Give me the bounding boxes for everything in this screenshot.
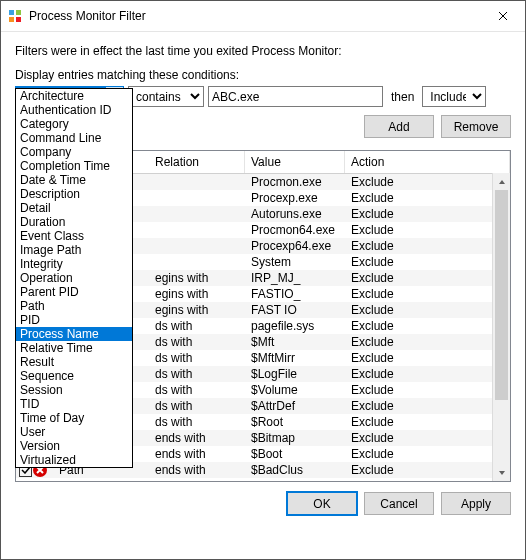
cell-relation: ds with: [149, 351, 245, 365]
operator-select[interactable]: contains: [128, 86, 204, 107]
dropdown-option[interactable]: Time of Day: [16, 411, 132, 425]
dropdown-option[interactable]: Virtualized: [16, 453, 132, 467]
cell-value: $AttrDef: [245, 399, 345, 413]
title-bar: Process Monitor Filter: [1, 1, 525, 32]
dropdown-option[interactable]: PID: [16, 313, 132, 327]
cell-value: pagefile.sys: [245, 319, 345, 333]
cell-value: $MftMirr: [245, 351, 345, 365]
cell-relation: ds with: [149, 415, 245, 429]
dropdown-option[interactable]: Category: [16, 117, 132, 131]
cancel-button[interactable]: Cancel: [364, 492, 434, 515]
filters-active-text: Filters were in effect the last time you…: [15, 44, 511, 58]
svg-rect-1: [16, 10, 21, 15]
cell-action: Exclude: [345, 415, 510, 429]
cell-action: Exclude: [345, 447, 510, 461]
dropdown-option[interactable]: Command Line: [16, 131, 132, 145]
attribute-dropdown-list[interactable]: ArchitectureAuthentication IDCategoryCom…: [15, 88, 133, 468]
cell-action: Exclude: [345, 351, 510, 365]
cell-action: Exclude: [345, 239, 510, 253]
dropdown-option[interactable]: Sequence: [16, 369, 132, 383]
dropdown-option[interactable]: Parent PID: [16, 285, 132, 299]
dropdown-option[interactable]: User: [16, 425, 132, 439]
cell-value: Procexp.exe: [245, 191, 345, 205]
apply-button[interactable]: Apply: [441, 492, 511, 515]
cell-value: Autoruns.exe: [245, 207, 345, 221]
cell-action: Exclude: [345, 191, 510, 205]
vertical-scrollbar[interactable]: [492, 173, 510, 481]
scroll-up-button[interactable]: [493, 173, 510, 190]
cell-action: Exclude: [345, 319, 510, 333]
dialog-window: Process Monitor Filter Filters were in e…: [0, 0, 526, 560]
close-button[interactable]: [481, 1, 525, 31]
dropdown-option[interactable]: Event Class: [16, 229, 132, 243]
cell-relation: egins with: [149, 271, 245, 285]
dropdown-option[interactable]: Duration: [16, 215, 132, 229]
cell-action: Exclude: [345, 463, 510, 477]
cell-value: FASTIO_: [245, 287, 345, 301]
cell-value: System: [245, 255, 345, 269]
cell-action: Exclude: [345, 207, 510, 221]
dropdown-option[interactable]: Result: [16, 355, 132, 369]
dropdown-option[interactable]: Operation: [16, 271, 132, 285]
cell-relation: ends with: [149, 463, 245, 477]
dropdown-option[interactable]: Authentication ID: [16, 103, 132, 117]
dropdown-option[interactable]: TID: [16, 397, 132, 411]
cell-relation: egins with: [149, 303, 245, 317]
dropdown-option[interactable]: Session: [16, 383, 132, 397]
cell-action: Exclude: [345, 175, 510, 189]
cell-value: FAST IO: [245, 303, 345, 317]
cell-value: $LogFile: [245, 367, 345, 381]
cell-action: Exclude: [345, 223, 510, 237]
ok-button[interactable]: OK: [287, 492, 357, 515]
dropdown-option[interactable]: Company: [16, 145, 132, 159]
action-select[interactable]: Include: [422, 86, 486, 107]
dropdown-option[interactable]: Path: [16, 299, 132, 313]
add-button[interactable]: Add: [364, 115, 434, 138]
dropdown-option[interactable]: Integrity: [16, 257, 132, 271]
dropdown-option[interactable]: Description: [16, 187, 132, 201]
dropdown-option[interactable]: Relative Time: [16, 341, 132, 355]
svg-rect-2: [9, 17, 14, 22]
dropdown-option[interactable]: Detail: [16, 201, 132, 215]
dropdown-option[interactable]: Process Name: [16, 327, 132, 341]
th-action[interactable]: Action: [345, 151, 510, 173]
cell-relation: egins with: [149, 287, 245, 301]
cell-action: Exclude: [345, 255, 510, 269]
cell-relation: ends with: [149, 431, 245, 445]
cell-action: Exclude: [345, 335, 510, 349]
scroll-thumb[interactable]: [495, 190, 508, 400]
dropdown-option[interactable]: Architecture: [16, 89, 132, 103]
cell-value: $BadClus: [245, 463, 345, 477]
conditions-label: Display entries matching these condition…: [15, 68, 511, 82]
cell-action: Exclude: [345, 367, 510, 381]
cell-value: $Bitmap: [245, 431, 345, 445]
svg-rect-3: [16, 17, 21, 22]
value-input[interactable]: [208, 86, 383, 107]
cell-value: Procexp64.exe: [245, 239, 345, 253]
th-relation[interactable]: Relation: [149, 151, 245, 173]
cell-value: IRP_MJ_: [245, 271, 345, 285]
cell-relation: ends with: [149, 447, 245, 461]
cell-value: $Mft: [245, 335, 345, 349]
dropdown-option[interactable]: Date & Time: [16, 173, 132, 187]
scroll-down-button[interactable]: [493, 464, 510, 481]
cell-action: Exclude: [345, 303, 510, 317]
dropdown-option[interactable]: Version: [16, 439, 132, 453]
window-title: Process Monitor Filter: [29, 9, 481, 23]
cell-value: $Root: [245, 415, 345, 429]
cell-relation: ds with: [149, 399, 245, 413]
cell-value: Procmon64.exe: [245, 223, 345, 237]
cell-relation: ds with: [149, 319, 245, 333]
th-value[interactable]: Value: [245, 151, 345, 173]
dropdown-option[interactable]: Completion Time: [16, 159, 132, 173]
app-icon: [7, 8, 23, 24]
cell-action: Exclude: [345, 431, 510, 445]
cell-value: Procmon.exe: [245, 175, 345, 189]
cell-action: Exclude: [345, 383, 510, 397]
cell-action: Exclude: [345, 271, 510, 285]
remove-button[interactable]: Remove: [441, 115, 511, 138]
dropdown-option[interactable]: Image Path: [16, 243, 132, 257]
cell-relation: ds with: [149, 335, 245, 349]
svg-rect-0: [9, 10, 14, 15]
cell-relation: ds with: [149, 383, 245, 397]
